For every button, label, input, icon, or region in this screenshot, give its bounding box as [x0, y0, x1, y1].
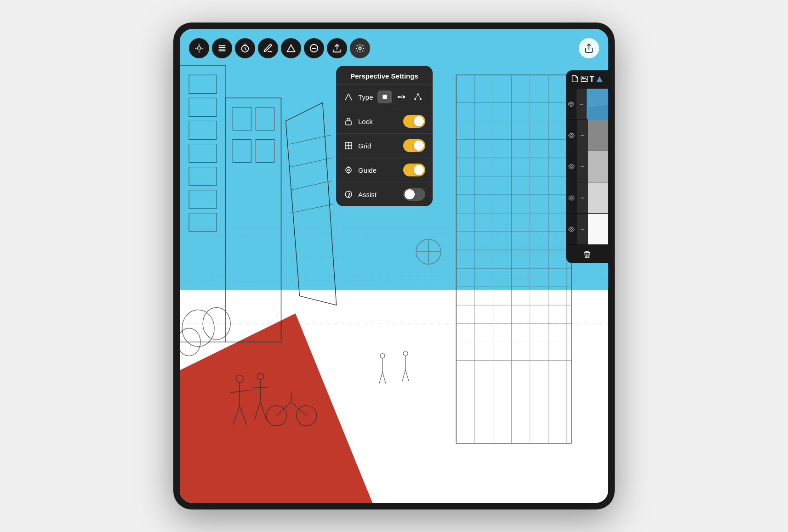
image-icon [580, 74, 588, 83]
share-icon [584, 43, 594, 53]
assist-row: Assist [336, 182, 433, 206]
svg-line-58 [402, 370, 405, 381]
svg-rect-97 [346, 121, 351, 125]
type-2point-button[interactable] [394, 91, 409, 103]
layer-2-options[interactable]: ••• [577, 120, 588, 151]
3point-icon [414, 93, 422, 101]
svg-point-102 [348, 169, 349, 171]
type-options [377, 91, 425, 103]
layer-5-options[interactable]: ••• [577, 214, 588, 244]
guide-thumb [414, 165, 424, 175]
layer-delete-button[interactable] [566, 245, 608, 263]
grid-icon-wrapper [343, 141, 354, 151]
assist-toggle[interactable] [403, 188, 425, 201]
grid-track [403, 139, 425, 152]
minus-tool-button[interactable] [304, 38, 324, 58]
grid-row: Grid [336, 134, 433, 158]
eye-icon-2 [568, 132, 575, 139]
layer-item-5[interactable]: ••• [566, 214, 608, 245]
share-button[interactable] [579, 38, 599, 58]
layer-4-preview [588, 182, 608, 213]
svg-point-52 [380, 354, 385, 358]
1point-icon [381, 93, 389, 101]
grid-thumb [414, 141, 424, 151]
import-tool-button[interactable] [327, 38, 347, 58]
type-icon [343, 92, 354, 102]
layer-1-preview [587, 89, 608, 119]
eye-icon-1 [568, 101, 574, 108]
svg-line-85 [348, 94, 352, 100]
svg-line-95 [418, 94, 421, 99]
layer-item-1[interactable]: ••• [566, 89, 608, 120]
svg-line-84 [345, 94, 348, 100]
dots-icon-2: ••• [581, 134, 584, 137]
svg-line-55 [383, 372, 386, 384]
svg-point-82 [359, 47, 361, 50]
type-1point-button[interactable] [377, 91, 392, 103]
perspective-target [416, 239, 441, 265]
svg-point-101 [346, 167, 351, 173]
lock-toggle[interactable] [403, 115, 425, 128]
pen-icon [263, 43, 273, 53]
svg-line-59 [405, 370, 409, 381]
lock-thumb [414, 116, 424, 126]
layer-4-options[interactable]: ••• [577, 182, 588, 213]
svg-rect-86 [383, 95, 387, 99]
minus-icon [309, 43, 319, 53]
guide-row: Guide [336, 158, 433, 182]
layer-item-4[interactable]: ••• [566, 182, 608, 214]
trash-icon [582, 249, 592, 259]
device-frame: Perspective Settings Type [173, 23, 615, 509]
dots-icon-3: ••• [581, 165, 584, 169]
layer-tools-top: T [566, 70, 608, 89]
layer-1-options[interactable]: ••• [577, 89, 587, 119]
perspective-settings-popup: Perspective Settings Type [336, 66, 433, 206]
layer-1-visibility[interactable] [566, 89, 577, 119]
layer-2-preview [588, 120, 608, 151]
timer-icon [240, 43, 250, 53]
page-icon [571, 74, 579, 83]
perspective-tool-button[interactable] [189, 38, 209, 58]
layer-5-visibility[interactable] [566, 214, 577, 244]
guide-track [403, 164, 425, 176]
guide-svg-icon [344, 165, 353, 175]
guide-line-1 [180, 228, 608, 228]
text-tool-icon[interactable]: T [590, 75, 594, 84]
svg-point-114 [571, 197, 572, 198]
lock-row: Lock [336, 109, 433, 134]
eye-icon-5 [568, 226, 575, 232]
svg-line-54 [379, 372, 383, 384]
svg-point-90 [403, 96, 405, 98]
hatching-icon [217, 43, 227, 53]
pen-tool-button[interactable] [258, 38, 278, 58]
svg-point-66 [203, 307, 230, 340]
layer-1-content [588, 89, 608, 120]
dots-icon-5: ••• [581, 227, 584, 231]
type-row: Type [336, 85, 433, 109]
perspective-layer-icon-svg [595, 75, 604, 83]
layer-3-visibility[interactable] [566, 151, 577, 182]
lock-track [403, 115, 425, 128]
svg-point-110 [570, 103, 572, 105]
perspective-layer-icon[interactable] [595, 75, 604, 85]
layer-3-options[interactable]: ••• [577, 151, 588, 182]
layer-3-preview [588, 151, 608, 182]
hatching-tool-button[interactable] [212, 38, 232, 58]
layer-item-3[interactable]: ••• [566, 151, 608, 182]
grid-toggle[interactable] [403, 139, 425, 152]
image-tool-icon[interactable] [580, 74, 588, 85]
timer-tool-button[interactable] [235, 38, 255, 58]
layer-4-visibility[interactable] [566, 182, 577, 213]
layer-2-visibility[interactable] [566, 120, 577, 151]
lock-label: Lock [358, 118, 403, 125]
eye-icon-3 [568, 164, 575, 170]
settings-icon [355, 43, 365, 53]
angle-tool-button[interactable] [281, 38, 301, 58]
settings-tool-button[interactable] [350, 38, 370, 58]
grid-svg-icon [344, 141, 353, 150]
dots-icon-1: ••• [580, 102, 583, 106]
page-tool-icon[interactable] [571, 74, 579, 85]
layer-item-2[interactable]: ••• [566, 120, 608, 151]
type-3point-button[interactable] [411, 91, 425, 103]
guide-toggle[interactable] [403, 164, 425, 176]
